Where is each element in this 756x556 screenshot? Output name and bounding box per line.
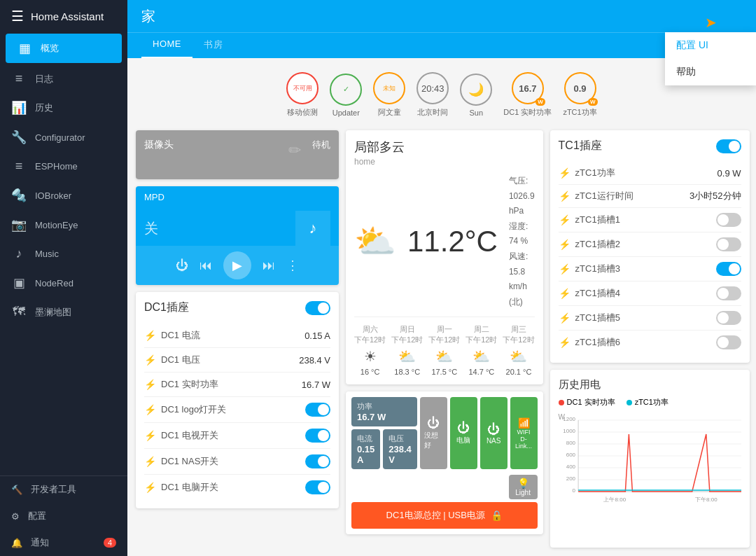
weather-wind: 风速: 15.8 km/h (北) [509,249,535,310]
tc1-row-slot6: ⚡ zTC1插槽6 [559,331,741,354]
notifications-label: 通知 [31,536,49,549]
dropdown-item-help[interactable]: 帮助 [665,59,756,85]
dc1-nas-toggle[interactable] [305,454,330,468]
svg-text:1000: 1000 [563,428,575,434]
dc1-tv-toggle[interactable] [305,429,330,443]
weather-card: 局部多云 home ⛅ 11.2°C 气压: 1026.9 hPa 湿度: 74… [346,130,543,384]
time-label: 北京时间 [417,107,448,118]
tile-pc-inner: ⏻ 电脑 [456,421,470,445]
notification-badge: 4 [104,538,116,548]
mpd-power-button[interactable]: ⏻ [176,258,188,273]
dc1-header: DC1插座 [144,300,330,315]
ztc1-power-value: 0.9 [573,83,586,94]
dc1-row-logo: ⚡ DC1 logo灯开关 [144,397,330,423]
ztc1-legend-dot [626,400,632,405]
sidebar-item-log[interactable]: ≡ 日志 [0,64,127,93]
tile-light[interactable]: 💡 Light [509,475,538,499]
time-circle: 20:43 [416,72,449,104]
sidebar-item-developer[interactable]: 🔨 开发者工具 [0,476,127,503]
legend-ztc1: zTC1功率 [626,397,668,408]
dc1-pc-icon: ⚡ [144,482,155,493]
tile-no-idea[interactable]: ⏻ 没想好 [420,397,447,469]
status-motion: 不可用 移动侦测 [286,72,318,118]
tc1-uptime-label: zTC1运行时间 [575,190,690,202]
sidebar-title: Home Assistant [31,11,104,22]
tc1-slot1-toggle[interactable] [716,213,741,227]
camera-right: ✏ 待机 [288,139,330,160]
motioneye-icon: 📷 [11,217,27,232]
power-button-label: DC1电源总控 | USB电源 [386,509,485,522]
sidebar-item-label: Configurator [35,132,85,143]
tile-wifi[interactable]: 📶 WIFID-Link... [510,397,538,469]
tc1-slot6-toggle[interactable] [716,335,741,349]
tc1-slot5-toggle[interactable] [716,311,741,325]
tile-nas[interactable]: ⏻ NAS [480,397,507,469]
tile-no-idea-label: 没想好 [424,431,443,450]
sidebar-item-settings[interactable]: ⚙ 配置 [0,503,127,529]
sidebar-item-history[interactable]: 📊 历史 [0,93,127,123]
dc1-power-value: 16.7 W [302,380,330,390]
weather-humidity: 湿度: 74 % [509,219,535,249]
tc1-row-slot5: ⚡ zTC1插槽5 [559,306,741,331]
weather-temperature: 11.2°C [407,225,498,258]
tab-study[interactable]: 书房 [192,33,234,58]
tc1-slot3-icon: ⚡ [559,263,570,274]
dropdown-item-configure-ui[interactable]: 配置 UI [665,32,756,59]
sidebar-item-configurator[interactable]: 🔧 Configurator [0,123,127,152]
tc1-slot4-toggle[interactable] [716,286,741,300]
forecast-day-4: 周三 下午12时 ⛅ 20.1 °C [503,324,534,376]
dc1-power-label: DC1 实时功率 [161,378,302,391]
dc1-tv-icon: ⚡ [144,430,155,441]
sidebar-footer: 🔨 开发者工具 ⚙ 配置 🔔 通知 4 [0,475,127,556]
tile-power-value: 16.7 W [357,412,412,422]
dc1-pc-label: DC1 电脑开关 [161,481,305,494]
sidebar-item-notifications[interactable]: 🔔 通知 4 [0,529,127,556]
person-status: 未知 [383,84,396,93]
sidebar-item-map[interactable]: 🗺 墨澜地图 [0,298,127,326]
left-column: 摄像头 ✏ 待机 MPD 关 [136,130,339,548]
status-updater: ✓ Updater [330,74,362,117]
history-title: 历史用电 [559,378,741,391]
tile-voltage-value: 238.4 V [388,444,412,465]
sidebar-item-nodered[interactable]: ▣ NodeRed [0,268,127,298]
light-icon: 💡 [517,478,529,489]
dc1-power-value: 16.7 [519,83,536,94]
mpd-controls: ⏻ ⏮ ▶ ⏭ ⋮ [136,246,339,285]
dc1-master-toggle[interactable] [305,301,330,315]
map-icon: 🗺 [11,305,27,319]
wifi-icon: 📶 [518,417,530,429]
main-content: 家 ➤ 配置 UI 帮助 HOME 书房 不可用 移动侦测 ✓ U [127,0,756,556]
bell-icon: 🔔 [11,538,22,548]
tc1-slot2-toggle[interactable] [716,237,741,251]
sidebar-item-iobroker[interactable]: 🔩 IOBroker [0,181,127,210]
tc1-slot6-icon: ⚡ [559,337,570,348]
dc1-logo-toggle[interactable] [305,403,330,417]
mpd-play-button[interactable]: ▶ [223,251,251,279]
tc1-slot3-toggle[interactable] [716,262,741,276]
content-area: 不可用 移动侦测 ✓ Updater 未知 阿文童 20:43 北 [127,58,756,556]
sidebar-item-overview[interactable]: ▦ 概览 [6,34,122,63]
forecast-temp-1: 18.3 °C [391,368,423,376]
developer-icon: 🔨 [11,485,22,495]
sidebar-item-music[interactable]: ♪ Music [0,239,127,268]
time-value: 20:43 [421,83,444,94]
sidebar-item-motioneye[interactable]: 📷 MotionEye [0,210,127,239]
tab-home[interactable]: HOME [141,33,192,58]
camera-status: 待机 [312,139,330,151]
power-total-button[interactable]: DC1电源总控 | USB电源 🔒 [351,502,538,529]
camera-left: 摄像头 [144,139,174,151]
status-sun: 🌙 Sun [460,74,492,117]
mpd-prev-button[interactable]: ⏮ [200,258,212,273]
chart-y-label: W [559,413,565,421]
mpd-next-button[interactable]: ⏭ [262,258,275,273]
dc1-row-pc: ⚡ DC1 电脑开关 [144,475,330,500]
sidebar-item-esphome[interactable]: ≡ ESPHome [0,152,127,181]
dc1-pc-toggle[interactable] [305,480,330,494]
tile-current-value: 0.15 A [357,444,374,465]
tc1-slot4-icon: ⚡ [559,288,570,299]
mpd-more-button[interactable]: ⋮ [286,258,299,273]
sidebar-header: ☰ Home Assistant [0,0,127,32]
tc1-master-toggle[interactable] [716,139,741,153]
dc1-current-label: DC1 电流 [161,329,304,342]
tile-pc[interactable]: ⏻ 电脑 [450,397,477,469]
